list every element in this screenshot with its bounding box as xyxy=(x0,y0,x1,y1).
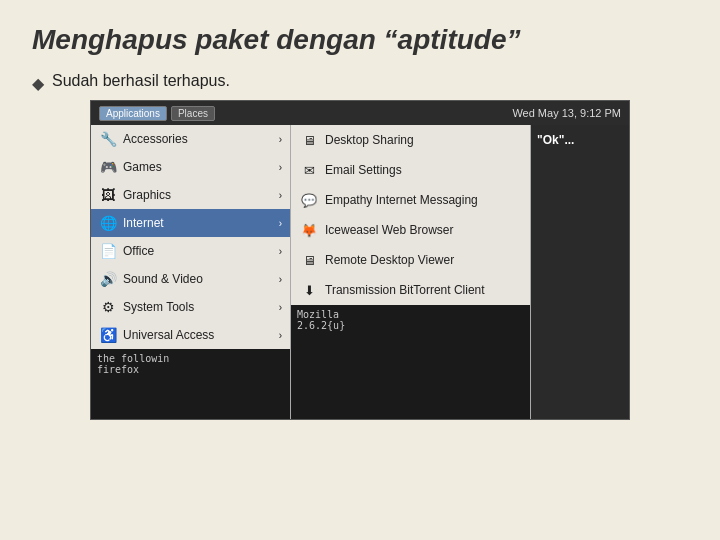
graphics-icon: 🖼 xyxy=(99,186,117,204)
accessories-label: Accessories xyxy=(123,132,188,146)
terminal-left: the followin firefox xyxy=(91,349,290,419)
sound-arrow: › xyxy=(279,274,282,285)
system-arrow: › xyxy=(279,302,282,313)
topbar: Applications Places Wed May 13, 9:12 PM xyxy=(91,101,629,125)
empathy-icon: 💬 xyxy=(299,190,319,210)
menu-item-graphics[interactable]: 🖼 Graphics › xyxy=(91,181,290,209)
universal-label: Universal Access xyxy=(123,328,214,342)
desktop-sharing-icon: 🖥 xyxy=(299,130,319,150)
menu-screenshot: Applications Places Wed May 13, 9:12 PM … xyxy=(90,100,630,420)
menu-item-universal[interactable]: ♿ Universal Access › xyxy=(91,321,290,349)
topbar-datetime: Wed May 13, 9:12 PM xyxy=(512,107,621,119)
submenu-transmission[interactable]: ⬇ Transmission BitTorrent Client xyxy=(291,275,530,305)
menu-area: 🔧 Accessories › 🎮 Games › 🖼 Graphics › 🌐… xyxy=(91,125,629,419)
internet-arrow: › xyxy=(279,218,282,229)
menu-item-accessories[interactable]: 🔧 Accessories › xyxy=(91,125,290,153)
topbar-left: Applications Places xyxy=(99,106,215,121)
terminal-mozilla: Mozilla xyxy=(297,309,339,320)
menu-item-games[interactable]: 🎮 Games › xyxy=(91,153,290,181)
games-label: Games xyxy=(123,160,162,174)
left-menu: 🔧 Accessories › 🎮 Games › 🖼 Graphics › 🌐… xyxy=(91,125,291,419)
office-label: Office xyxy=(123,244,154,258)
bullet-text: Sudah berhasil terhapus. xyxy=(52,72,230,90)
universal-icon: ♿ xyxy=(99,326,117,344)
internet-icon: 🌐 xyxy=(99,214,117,232)
menu-item-office[interactable]: 📄 Office › xyxy=(91,237,290,265)
bullet-diamond: ◆ xyxy=(32,74,44,93)
graphics-label: Graphics xyxy=(123,188,171,202)
games-arrow: › xyxy=(279,162,282,173)
universal-arrow: › xyxy=(279,330,282,341)
terminal-version: 2.6.2{u} xyxy=(297,320,345,331)
slide: Menghapus paket dengan “aptitude” ◆ Suda… xyxy=(0,0,720,540)
title-text: Menghapus paket dengan “aptitude” xyxy=(32,24,520,55)
remote-desktop-icon: 🖥 xyxy=(299,250,319,270)
menu-item-internet[interactable]: 🌐 Internet › xyxy=(91,209,290,237)
accessories-arrow: › xyxy=(279,134,282,145)
email-settings-label: Email Settings xyxy=(325,163,402,177)
desktop-sharing-label: Desktop Sharing xyxy=(325,133,414,147)
email-settings-icon: ✉ xyxy=(299,160,319,180)
transmission-icon: ⬇ xyxy=(299,280,319,300)
system-icon: ⚙ xyxy=(99,298,117,316)
places-button[interactable]: Places xyxy=(171,106,215,121)
accessories-icon: 🔧 xyxy=(99,130,117,148)
bullet-item: ◆ Sudah berhasil terhapus. xyxy=(32,72,688,93)
menu-item-system[interactable]: ⚙ System Tools › xyxy=(91,293,290,321)
menu-item-sound[interactable]: 🔊 Sound & Video › xyxy=(91,265,290,293)
office-arrow: › xyxy=(279,246,282,257)
transmission-label: Transmission BitTorrent Client xyxy=(325,283,485,297)
terminal-line1: the followin xyxy=(97,353,169,364)
submenu-iceweasel[interactable]: 🦊 Iceweasel Web Browser xyxy=(291,215,530,245)
remote-desktop-label: Remote Desktop Viewer xyxy=(325,253,454,267)
submenu-email-settings[interactable]: ✉ Email Settings xyxy=(291,155,530,185)
terminal-right: Mozilla 2.6.2{u} xyxy=(291,305,530,419)
system-label: System Tools xyxy=(123,300,194,314)
sound-label: Sound & Video xyxy=(123,272,203,286)
games-icon: 🎮 xyxy=(99,158,117,176)
iceweasel-label: Iceweasel Web Browser xyxy=(325,223,454,237)
graphics-arrow: › xyxy=(279,190,282,201)
submenu-empathy[interactable]: 💬 Empathy Internet Messaging xyxy=(291,185,530,215)
slide-title: Menghapus paket dengan “aptitude” xyxy=(32,24,688,56)
internet-label: Internet xyxy=(123,216,164,230)
dark-right-panel: "Ok"... xyxy=(531,125,629,419)
applications-button[interactable]: Applications xyxy=(99,106,167,121)
terminal-line2: firefox xyxy=(97,364,139,375)
submenu-desktop-sharing[interactable]: 🖥 Desktop Sharing xyxy=(291,125,530,155)
empathy-label: Empathy Internet Messaging xyxy=(325,193,478,207)
sound-icon: 🔊 xyxy=(99,270,117,288)
iceweasel-icon: 🦊 xyxy=(299,220,319,240)
submenu-remote-desktop[interactable]: 🖥 Remote Desktop Viewer xyxy=(291,245,530,275)
office-icon: 📄 xyxy=(99,242,117,260)
popup-partial-title: "Ok"... xyxy=(531,125,629,155)
right-submenu: 🖥 Desktop Sharing ✉ Email Settings 💬 Emp… xyxy=(291,125,531,419)
